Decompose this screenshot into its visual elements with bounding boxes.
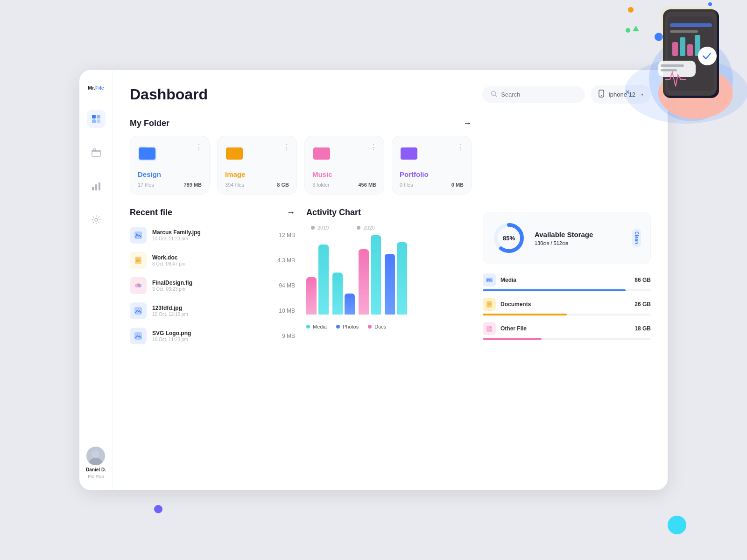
file-size: 12 MB [279,232,295,238]
svg-point-41 [487,279,488,280]
folder-icon-portfolio [400,145,464,166]
header: Dashboard [130,85,651,104]
list-item[interactable]: FinalDesign.fig 3 Oct, 03:23 pm 94 MB [130,275,295,296]
storage-card: 85% Available Storage 130GB / 512GB Clea… [483,212,651,264]
file-date: 8 Oct, 09:47 pm [152,261,272,266]
recent-see-all-button[interactable]: → [287,208,295,217]
bar [397,242,407,315]
folder-see-all-button[interactable]: → [463,119,472,128]
storage-item-size-other: 18 GB [634,325,651,332]
user-name: Daniel D. [86,467,106,472]
progress-bar-documents [483,314,651,315]
svg-rect-29 [661,70,668,71]
list-item[interactable]: Work.doc 8 Oct, 09:47 pm 4.3 MB [130,250,295,271]
file-date: 10 Oct, 11:23 pm [152,236,273,241]
svg-point-11 [92,450,99,458]
bg-decoration-dot-2 [154,505,162,513]
progress-bar-media [483,289,651,291]
folder-icon-design [138,145,202,166]
recent-section-header: Recent file → [130,208,295,217]
bar [371,235,381,315]
file-info: Work.doc 8 Oct, 09:47 pm [152,254,272,266]
progress-bar-other [483,338,651,340]
file-info: Marcus Family.jpg 10 Oct, 11:23 pm [152,229,273,241]
main-card: Mr.File [79,70,668,490]
left-column: My Folder → ⋮ Design [130,119,472,346]
svg-rect-7 [95,184,97,190]
clean-button[interactable]: Clean [632,229,641,247]
bar [306,277,317,315]
svg-point-10 [88,458,103,465]
avatar [86,447,105,465]
folder-card-portfolio[interactable]: ⋮ Portfolio 0 files 0 MB [392,136,472,195]
device-icon [598,90,605,99]
folder-meta-portfolio: 0 files 0 MB [400,182,464,188]
storage-item-name-other: Other File [500,325,527,332]
svg-rect-0 [92,115,96,119]
folder-name-design: Design [138,170,202,178]
bar [385,254,395,315]
svg-rect-42 [486,301,492,308]
activity-chart-section: Activity Chart 2019 2020 [306,208,472,346]
file-date: 3 Oct, 03:23 pm [152,287,273,292]
legend-label-photos: Photos [343,324,359,329]
folder-menu-icon[interactable]: ⋮ [457,143,465,152]
folder-section-header: My Folder → [130,119,472,128]
app-logo: Mr.File [88,85,104,91]
folder-section: My Folder → ⋮ Design [130,119,472,195]
folder-card-design[interactable]: ⋮ Design 17 files 789 MB [130,136,210,195]
file-name: Marcus Family.jpg [152,229,273,236]
sidebar-item-files[interactable] [87,143,106,162]
page-title: Dashboard [130,86,471,103]
folder-name-image: Image [225,170,289,178]
folder-menu-icon[interactable]: ⋮ [195,143,203,152]
recent-file-list: Marcus Family.jpg 10 Oct, 11:23 pm 12 MB [130,225,295,346]
list-item[interactable]: 123fdfd.jpg 10 Oct, 12:15 pm 10 MB [130,301,295,321]
svg-rect-6 [92,187,94,190]
chart-section-header: Activity Chart [306,208,472,217]
storage-item-header-media: Media 86 GB [483,273,651,287]
folder-menu-icon[interactable]: ⋮ [370,143,377,152]
sidebar-item-analytics[interactable] [87,177,106,196]
sidebar-item-dashboard[interactable] [87,110,106,128]
folder-menu-icon[interactable]: ⋮ [282,143,290,152]
legend-label-media: Media [313,324,327,329]
folder-card-image[interactable]: ⋮ Image 394 files 8 GB [217,136,297,195]
bar [332,273,343,315]
folder-meta-music: 3 folder 456 MB [312,182,376,188]
file-thumbnail [130,277,147,294]
folder-card-music[interactable]: ⋮ Music 3 folder 456 MB [304,136,384,195]
file-name: SVG Logo.png [152,330,276,336]
file-date: 10 Oct, 12:15 pm [152,312,273,317]
bar-group-3 [359,235,381,315]
file-thumbnail [130,302,147,319]
content-grid: My Folder → ⋮ Design [130,119,651,346]
progress-fill-other [483,338,542,340]
legend-dot-media [306,325,310,329]
chart-legend: Media Photos Docs [306,324,472,329]
user-plan: Pro Plan [88,474,104,479]
bottom-section: Recent file → Marcus Family.jpg 10 Oct [130,208,472,346]
folder-icon-image [225,145,289,166]
storage-icon-documents [483,298,496,311]
file-date: 10 Oct, 11:23 pm [152,337,276,342]
user-profile[interactable]: Daniel D. Pro Plan [86,447,106,479]
file-thumbnail [130,227,147,244]
legend-dot-docs [368,325,372,329]
file-info: SVG Logo.png 10 Oct, 11:23 pm [152,330,276,342]
storage-item-name-documents: Documents [500,301,531,308]
storage-item-size-documents: 26 GB [634,301,651,308]
folder-icon-music [312,145,376,166]
sidebar-item-settings[interactable] [87,210,106,229]
file-size: 94 MB [279,282,295,289]
list-item[interactable]: Marcus Family.jpg 10 Oct, 11:23 pm 12 MB [130,225,295,245]
chart-year-2020: 2020 [363,225,374,231]
storage-item-name-media: Media [500,277,516,283]
folder-name-music: Music [312,170,376,178]
search-input[interactable] [501,91,577,98]
search-bar [482,86,585,103]
list-item[interactable]: SVG Logo.png 10 Oct, 11:23 pm 9 MB [130,326,295,346]
main-content: Dashboard [113,70,668,490]
folder-meta-design: 17 files 789 MB [138,182,202,188]
storage-item-header-documents: Documents 26 GB [483,298,651,311]
